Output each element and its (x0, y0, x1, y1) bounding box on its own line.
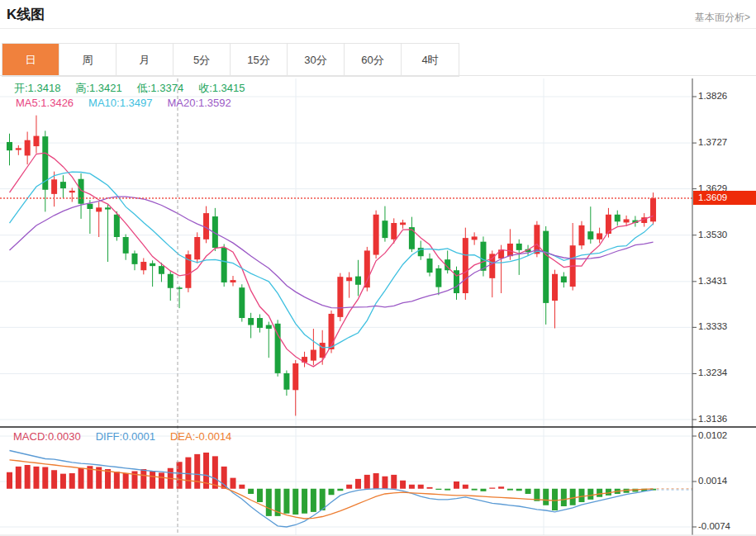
y-axis-label: 1.3431 (698, 276, 727, 286)
y-axis-label: 1.3727 (698, 137, 727, 147)
current-price-tag: 1.3609 (693, 191, 756, 205)
y-axis-label: 1.3530 (698, 230, 727, 240)
tab-30分[interactable]: 30分 (288, 44, 345, 76)
legend-item: 开:1.3418 (14, 81, 60, 96)
legend-item: 低:1.3374 (137, 81, 183, 96)
legend-item: MA20:1.3592 (167, 97, 231, 109)
tab-日[interactable]: 日 (2, 44, 59, 76)
legend-item: 收:1.3415 (198, 81, 245, 96)
ohlc-legend: 开:1.3418高:1.3421低:1.3374收:1.3415 (14, 81, 260, 96)
legend-item: MA5:1.3426 (16, 97, 74, 109)
y-axis-label: 0.0014 (698, 476, 727, 486)
kline-chart[interactable] (0, 76, 692, 535)
tab-15分[interactable]: 15分 (231, 44, 288, 76)
fundamental-analysis-link[interactable]: 基本面分析> (695, 11, 750, 25)
y-axis-label: 1.3136 (698, 414, 727, 424)
y-axis-label: 1.3234 (698, 368, 727, 377)
legend-item: MACD:0.0030 (13, 430, 81, 443)
tab-5分[interactable]: 5分 (174, 44, 231, 76)
tab-月[interactable]: 月 (116, 44, 174, 76)
page-title: K线图 (7, 5, 45, 24)
ma-legend: MA5:1.3426MA10:1.3497MA20:1.3592 (16, 97, 246, 109)
y-axis-label: 1.3333 (698, 321, 727, 331)
y-axis-label: 0.0102 (698, 430, 727, 440)
tab-4时[interactable]: 4时 (402, 44, 459, 76)
y-axis-label: -0.0074 (698, 521, 730, 531)
kline-page: K线图 基本面分析> 日周月5分15分30分60分4时 开:1.3418高:1.… (0, 0, 756, 536)
legend-item: 高:1.3421 (75, 81, 121, 96)
legend-item: DIFF:0.0001 (96, 430, 155, 443)
legend-item: MA10:1.3497 (88, 97, 152, 109)
y-axis-label: 1.3826 (698, 91, 727, 101)
tab-周[interactable]: 周 (59, 44, 116, 76)
header-divider (0, 28, 756, 29)
period-tabbar: 日周月5分15分30分60分4时 (2, 43, 459, 77)
macd-legend: MACD:0.0030DIFF:0.0001DEA:-0.0014 (13, 430, 246, 443)
legend-item: DEA:-0.0014 (170, 430, 231, 443)
tab-60分[interactable]: 60分 (345, 44, 402, 76)
